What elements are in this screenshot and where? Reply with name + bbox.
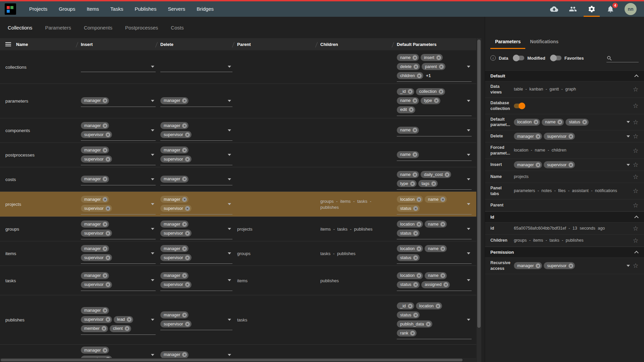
chip-remove-icon[interactable]: × [536,134,540,139]
section-header-permission[interactable]: Permission [485,247,644,258]
chip-remove-icon[interactable]: × [443,282,448,287]
favorite-star-icon[interactable]: ☆ [631,86,641,93]
chip[interactable]: status× [566,119,588,126]
chip-remove-icon[interactable]: × [440,222,445,227]
dropdown-field[interactable]: manager×supervisor× [160,144,232,165]
panel-value-text[interactable]: groups - items - tasks - publishes [514,238,583,244]
chip[interactable]: manager× [160,221,189,228]
dropdown-field[interactable]: manager×supervisor× [81,270,156,291]
chip[interactable]: name× [397,171,419,178]
chip[interactable]: name× [425,245,447,252]
chip[interactable]: manager× [160,351,189,358]
chip-remove-icon[interactable]: × [106,317,110,322]
chip[interactable]: manager× [160,272,189,279]
dropdown-caret-icon[interactable] [627,164,630,168]
chip[interactable]: status× [397,254,420,261]
parent-link[interactable]: tasks [237,317,247,322]
chip[interactable]: _id× [397,88,414,95]
dropdown-field[interactable]: manager× [81,95,156,107]
chip-remove-icon[interactable]: × [434,98,439,103]
chip-remove-icon[interactable]: × [414,64,418,69]
settings-gear-icon[interactable] [587,1,596,17]
chip-remove-icon[interactable]: × [436,304,440,308]
column-header-children[interactable]: Children [320,42,397,47]
parent-link[interactable]: projects [237,227,253,232]
favorite-star-icon[interactable]: ☆ [631,147,641,154]
parent-link[interactable]: groups [237,251,251,256]
dropdown-caret-icon[interactable] [151,354,154,358]
dropdown-caret-icon[interactable] [151,66,154,69]
chip[interactable]: manager× [81,347,109,354]
chip-remove-icon[interactable]: × [413,128,417,132]
vertical-scrollbar-thumb[interactable] [477,40,481,328]
table-row-items[interactable]: itemsmanager×supervisor×manager×supervis… [0,241,476,266]
dropdown-field[interactable]: location×name×status× [397,243,472,264]
dropdown-caret-icon[interactable] [228,252,231,256]
dropdown-caret-icon[interactable] [228,203,231,207]
panel-value-text[interactable]: location - name - children [514,147,566,154]
chip[interactable]: name× [425,196,447,203]
chip[interactable]: supervisor× [81,205,112,212]
chip[interactable]: children× [397,72,423,79]
chip[interactable]: location× [397,221,423,228]
chip-remove-icon[interactable]: × [417,273,421,278]
favorite-star-icon[interactable]: ☆ [631,225,641,232]
dropdown-caret-icon[interactable] [228,228,231,232]
chip-remove-icon[interactable]: × [413,313,418,317]
chip-remove-icon[interactable]: × [103,197,107,202]
chip-remove-icon[interactable]: × [557,120,562,124]
dropdown-caret-icon[interactable] [151,228,154,232]
dropdown-field[interactable]: location×name×status×assigned× [397,270,472,291]
favorite-star-icon[interactable]: ☆ [631,133,641,139]
chip-remove-icon[interactable]: × [103,348,107,353]
nav-item-bridges[interactable]: Bridges [191,1,219,17]
dropdown-caret-icon[interactable] [228,178,231,182]
chip-remove-icon[interactable]: × [413,282,418,287]
dropdown-field[interactable]: manager×supervisor× [160,243,232,264]
dropdown-caret-icon[interactable] [467,203,470,207]
chip-remove-icon[interactable]: × [185,157,190,162]
dropdown-caret-icon[interactable] [467,154,470,158]
dropdown-caret-icon[interactable] [228,66,231,69]
chip-remove-icon[interactable]: × [413,206,418,211]
chip[interactable]: status× [397,205,420,212]
dropdown-field[interactable] [160,62,232,72]
chip-remove-icon[interactable]: × [106,282,110,287]
tab-postprocesses[interactable]: Postprocesses [120,17,163,38]
dropdown-field[interactable]: manager×supervisor× [160,270,232,291]
chevron-up-icon[interactable] [634,74,639,79]
chip[interactable]: supervisor× [160,230,192,237]
chip-remove-icon[interactable]: × [182,273,187,278]
dropdown-caret-icon[interactable] [627,265,630,268]
chip[interactable]: location× [397,272,423,279]
favorite-star-icon[interactable]: ☆ [631,188,641,194]
chip-remove-icon[interactable]: × [103,308,107,313]
dropdown-caret-icon[interactable] [151,178,154,182]
chip[interactable]: supervisor× [544,133,575,140]
chip-remove-icon[interactable]: × [408,89,413,94]
chip[interactable]: type× [421,97,440,104]
chip-remove-icon[interactable]: × [185,322,190,326]
chip-remove-icon[interactable]: × [103,246,107,251]
favorite-star-icon[interactable]: ☆ [631,262,641,269]
chip-remove-icon[interactable]: × [417,222,421,227]
dropdown-caret-icon[interactable] [467,66,470,69]
column-header-insert[interactable]: Insert [81,42,160,47]
table-row-groups[interactable]: groupsmanager×supervisor×manager×supervi… [0,217,476,241]
chip[interactable]: name× [425,221,447,228]
chip-remove-icon[interactable]: × [440,273,445,278]
table-row-parameters[interactable]: parametersmanager×manager×_id×collection… [0,84,476,118]
chip-remove-icon[interactable]: × [439,89,443,94]
table-row-tasks[interactable]: tasksmanager×supervisor×manager×supervis… [0,266,476,295]
chip[interactable]: supervisor× [81,131,112,138]
chip-remove-icon[interactable]: × [417,246,421,251]
dropdown-field[interactable]: manager×supervisor× [81,345,156,358]
chip-remove-icon[interactable]: × [410,331,415,336]
chip[interactable]: supervisor× [160,131,192,138]
chip-remove-icon[interactable]: × [182,177,187,181]
chip[interactable]: manager× [81,122,109,129]
chip-remove-icon[interactable]: × [445,172,449,177]
favorite-star-icon[interactable]: ☆ [631,174,641,180]
chip[interactable]: type× [397,180,417,187]
chip-remove-icon[interactable]: × [409,107,414,112]
